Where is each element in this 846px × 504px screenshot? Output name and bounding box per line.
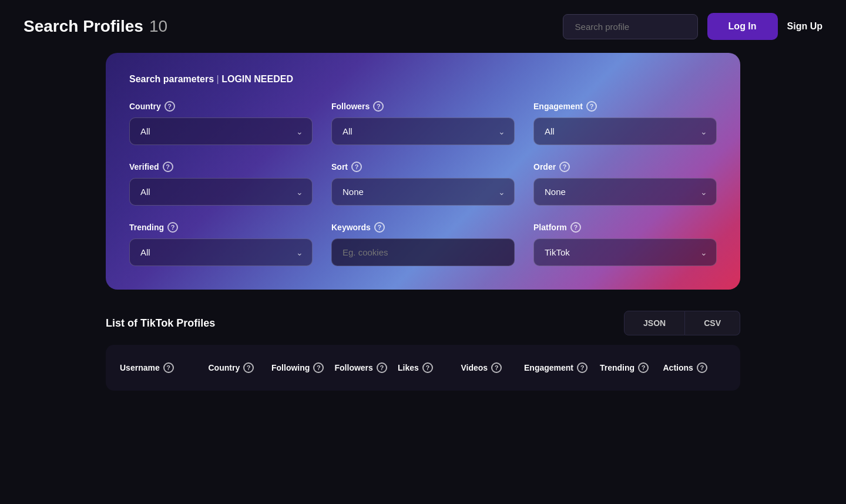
filter-keywords: Keywords ? — [331, 222, 515, 266]
order-select[interactable]: None — [533, 178, 717, 206]
followers-select-wrapper: All ⌄ — [331, 117, 515, 145]
header: Search Profiles 10 Log In Sign Up — [0, 0, 846, 53]
followers-col-help-icon[interactable]: ? — [377, 362, 387, 373]
panel-subtitle: LOGIN NEEDED — [221, 74, 293, 84]
filter-order: Order ? None ⌄ — [533, 162, 717, 206]
col-trending: Trending ? — [600, 362, 663, 373]
col-engagement: Engagement ? — [524, 362, 600, 373]
videos-col-help-icon[interactable]: ? — [491, 362, 502, 373]
search-panel: Search parameters | LOGIN NEEDED Country… — [106, 53, 740, 290]
engagement-select[interactable]: All — [533, 117, 717, 145]
engagement-label: Engagement ? — [533, 101, 717, 112]
filter-sort: Sort ? None ⌄ — [331, 162, 515, 206]
filter-verified: Verified ? All ⌄ — [129, 162, 313, 206]
country-help-icon[interactable]: ? — [164, 101, 175, 112]
panel-title: Search parameters | LOGIN NEEDED — [129, 74, 717, 85]
filter-followers: Followers ? All ⌄ — [331, 101, 515, 145]
col-country: Country ? — [209, 362, 272, 373]
country-label: Country ? — [129, 101, 313, 112]
verified-label: Verified ? — [129, 162, 313, 172]
filter-grid: Country ? All ⌄ Followers ? All ⌄ — [129, 101, 717, 266]
country-select-wrapper: All ⌄ — [129, 117, 313, 145]
col-username: Username ? — [120, 362, 209, 373]
profile-count: 10 — [149, 17, 167, 36]
filter-platform: Platform ? TikTok ⌄ — [533, 222, 717, 266]
sort-label: Sort ? — [331, 162, 515, 172]
col-likes: Likes ? — [398, 362, 461, 373]
sort-select[interactable]: None — [331, 178, 515, 206]
order-select-wrapper: None ⌄ — [533, 178, 717, 206]
col-videos: Videos ? — [461, 362, 525, 373]
csv-export-button[interactable]: CSV — [685, 311, 740, 335]
login-button[interactable]: Log In — [707, 13, 778, 40]
platform-select-wrapper: TikTok ⌄ — [533, 238, 717, 266]
country-col-help-icon[interactable]: ? — [243, 362, 254, 373]
verified-select-wrapper: All ⌄ — [129, 178, 313, 206]
filter-trending: Trending ? All ⌄ — [129, 222, 313, 266]
trending-label: Trending ? — [129, 222, 313, 233]
filter-engagement: Engagement ? All ⌄ — [533, 101, 717, 145]
username-col-help-icon[interactable]: ? — [163, 362, 174, 373]
engagement-col-help-icon[interactable]: ? — [577, 362, 588, 373]
followers-select[interactable]: All — [331, 117, 515, 145]
list-title: List of TikTok Profiles — [106, 317, 215, 330]
actions-col-help-icon[interactable]: ? — [697, 362, 707, 373]
json-export-button[interactable]: JSON — [624, 311, 685, 335]
trending-select-wrapper: All ⌄ — [129, 238, 313, 266]
trending-select[interactable]: All — [129, 238, 313, 266]
platform-select[interactable]: TikTok — [533, 238, 717, 266]
table-container: Username ? Country ? Following ? Followe… — [106, 345, 740, 391]
followers-label: Followers ? — [331, 101, 515, 112]
engagement-select-wrapper: All ⌄ — [533, 117, 717, 145]
verified-select[interactable]: All — [129, 178, 313, 206]
col-following: Following ? — [271, 362, 335, 373]
platform-help-icon[interactable]: ? — [570, 222, 581, 233]
panel-title-text: Search parameters — [129, 74, 214, 84]
likes-col-help-icon[interactable]: ? — [422, 362, 433, 373]
sort-help-icon[interactable]: ? — [351, 162, 362, 172]
engagement-help-icon[interactable]: ? — [586, 101, 597, 112]
export-buttons: JSON CSV — [624, 311, 740, 335]
title-text: Search Profiles — [24, 17, 143, 36]
col-followers: Followers ? — [335, 362, 398, 373]
table-header-row: Username ? Country ? Following ? Followe… — [120, 362, 726, 373]
sort-select-wrapper: None ⌄ — [331, 178, 515, 206]
col-actions: Actions ? — [663, 362, 727, 373]
list-section: List of TikTok Profiles JSON CSV Usernam… — [106, 311, 740, 391]
keywords-input[interactable] — [331, 238, 515, 266]
platform-label: Platform ? — [533, 222, 717, 233]
filter-country: Country ? All ⌄ — [129, 101, 313, 145]
order-help-icon[interactable]: ? — [559, 162, 570, 172]
trending-col-help-icon[interactable]: ? — [638, 362, 649, 373]
following-col-help-icon[interactable]: ? — [313, 362, 324, 373]
order-label: Order ? — [533, 162, 717, 172]
page-title: Search Profiles 10 — [24, 17, 167, 36]
keywords-label: Keywords ? — [331, 222, 515, 233]
search-input[interactable] — [563, 14, 698, 39]
trending-help-icon[interactable]: ? — [167, 222, 178, 233]
country-select[interactable]: All — [129, 117, 313, 145]
signup-button[interactable]: Sign Up — [787, 21, 822, 32]
followers-help-icon[interactable]: ? — [373, 101, 384, 112]
keywords-help-icon[interactable]: ? — [374, 222, 385, 233]
header-right: Log In Sign Up — [563, 13, 822, 40]
verified-help-icon[interactable]: ? — [163, 162, 173, 172]
list-header: List of TikTok Profiles JSON CSV — [106, 311, 740, 335]
